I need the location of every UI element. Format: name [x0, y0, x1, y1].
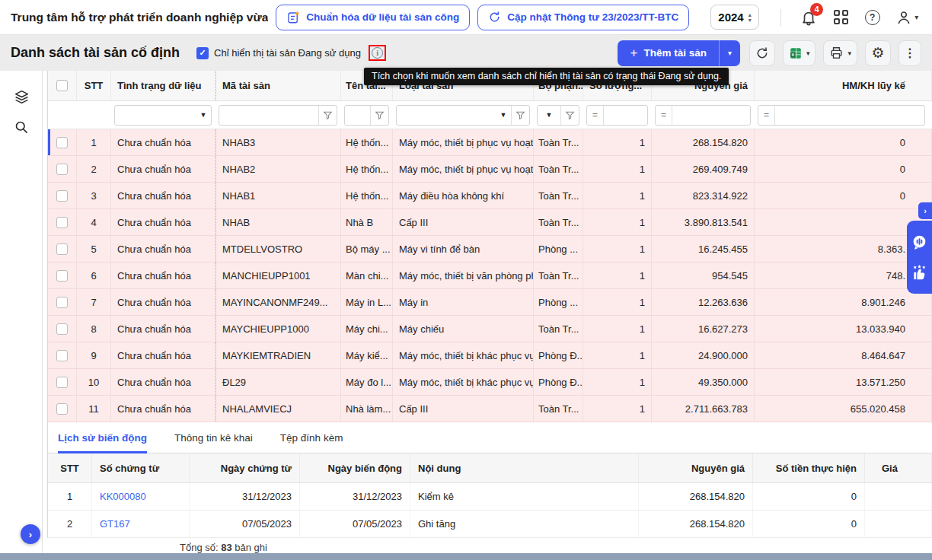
account-menu-button[interactable]: ▾ [892, 6, 921, 29]
select-all-checkbox-cell[interactable] [48, 71, 77, 100]
row-checkbox-cell[interactable] [48, 396, 77, 422]
type-filter-input[interactable] [397, 106, 496, 125]
info-icon[interactable]: i [372, 47, 383, 59]
chevron-down-icon[interactable]: ▼ [538, 111, 560, 119]
standardize-data-button[interactable]: Chuẩn hóa dữ liệu tài sản công [276, 5, 470, 30]
row-checkbox[interactable] [56, 137, 68, 148]
show-in-use-checkbox[interactable]: ✓ [196, 47, 209, 59]
row-checkbox-cell[interactable] [48, 129, 77, 155]
layers-nav-button[interactable] [0, 81, 43, 112]
equals-operator[interactable]: = [656, 106, 672, 125]
asset-row[interactable]: 2Chưa chuẩn hóaNHAB2Hệ thốn...Máy móc, t… [48, 156, 932, 183]
row-checkbox-cell[interactable] [48, 236, 77, 262]
hcell-doc[interactable]: GT167 [92, 511, 190, 537]
widget-collapse-button[interactable]: › [918, 202, 932, 219]
row-checkbox[interactable] [56, 243, 68, 255]
cost-filter[interactable]: = [655, 105, 751, 126]
printer-icon [829, 46, 844, 60]
dep-filter-input[interactable] [775, 106, 924, 125]
hcol-doc-number: Số chứng từ [92, 453, 190, 482]
row-checkbox[interactable] [56, 164, 68, 175]
row-checkbox[interactable] [56, 350, 68, 361]
status-filter-input[interactable] [115, 106, 196, 125]
row-checkbox-cell[interactable] [48, 183, 77, 208]
row-checkbox-cell[interactable] [48, 156, 77, 182]
chat-assistant-button[interactable] [911, 233, 929, 251]
asset-row[interactable]: 9Chưa chuẩn hóaMAYKIEMTRADIENMáy kiể...M… [48, 342, 932, 369]
history-row[interactable]: 1KK00008031/12/202331/12/2023Kiểm kê268.… [48, 483, 932, 511]
status-filter-select[interactable]: ▼ [114, 105, 212, 126]
col-asset-code[interactable]: Mã tài sản [215, 71, 341, 100]
add-asset-button[interactable]: + Thêm tài sản [618, 40, 718, 66]
select-all-checkbox[interactable] [56, 80, 68, 91]
funnel-icon[interactable] [370, 106, 388, 125]
funnel-icon[interactable] [318, 106, 337, 125]
row-checkbox[interactable] [56, 377, 68, 388]
chevron-down-icon[interactable]: ▼ [496, 111, 511, 119]
help-button[interactable]: ? [863, 6, 883, 29]
settings-button[interactable]: ⚙ [865, 40, 891, 66]
add-asset-split-button[interactable]: + Thêm tài sản ▾ [618, 40, 739, 66]
dep-filter[interactable]: = [758, 105, 925, 126]
asset-row[interactable]: 6Chưa chuẩn hóaMANCHIEUPP1001Màn chi...M… [48, 262, 932, 289]
search-nav-button[interactable] [0, 112, 43, 142]
asset-row[interactable]: 8Chưa chuẩn hóaMAYCHIEUPP1000Máy chi...M… [48, 316, 932, 342]
row-checkbox-cell[interactable] [48, 369, 77, 395]
row-checkbox-cell[interactable] [48, 262, 77, 288]
refresh-button[interactable] [749, 40, 775, 66]
tab-history[interactable]: Lịch sử biến động [58, 422, 147, 453]
more-actions-button[interactable]: ⋮ [898, 40, 921, 66]
asset-row[interactable]: 10Chưa chuẩn hóaĐL29Máy đo l...Máy móc, … [48, 369, 932, 396]
row-checkbox[interactable] [56, 297, 68, 308]
name-filter[interactable] [344, 105, 389, 126]
name-filter-input[interactable] [345, 106, 370, 125]
document-link[interactable]: KK000080 [100, 491, 146, 502]
apps-button[interactable] [831, 6, 851, 29]
cost-filter-input[interactable] [672, 106, 750, 125]
col-accumulated-depreciation[interactable]: HM/KH lũy kế [755, 71, 932, 100]
add-asset-dropdown[interactable]: ▾ [719, 40, 740, 66]
row-checkbox-cell[interactable] [48, 342, 77, 368]
asset-row[interactable]: 5Chưa chuẩn hóaMTDELLVOSTROBộ máy ...Máy… [48, 236, 932, 262]
hcell-doc[interactable]: KK000080 [92, 483, 190, 510]
history-row[interactable]: 2GT16707/05/202307/05/2023Ghi tăng268.15… [48, 511, 932, 538]
update-circular-button[interactable]: Cập nhật Thông tư 23/2023/TT-BTC [477, 5, 689, 30]
export-excel-button[interactable]: X ▾ [783, 40, 816, 66]
equals-operator[interactable]: = [758, 106, 775, 125]
qty-filter[interactable]: = [586, 105, 648, 126]
asset-row[interactable]: 1Chưa chuẩn hóaNHAB3Hệ thốn...Máy móc, t… [48, 129, 932, 156]
row-checkbox[interactable] [56, 403, 68, 415]
notifications-button[interactable]: 4 [800, 6, 819, 29]
print-button[interactable]: ▾ [823, 40, 857, 66]
code-filter[interactable] [219, 105, 337, 126]
tab-declaration[interactable]: Thông tin kê khai [174, 422, 253, 453]
year-stepper[interactable]: 2024 ▴▾ [710, 5, 758, 30]
funnel-icon[interactable] [560, 106, 579, 125]
funnel-icon[interactable] [511, 106, 529, 125]
dept-filter-select[interactable]: ▼ [537, 105, 579, 126]
asset-row[interactable]: 4Chưa chuẩn hóaNHABNhà BCấp IIIToàn Tr..… [48, 209, 932, 236]
qty-filter-input[interactable] [604, 106, 647, 125]
row-checkbox-cell[interactable] [48, 316, 77, 342]
document-link[interactable]: GT167 [100, 518, 130, 530]
row-checkbox[interactable] [56, 217, 68, 228]
type-filter-select[interactable]: ▼ [396, 105, 530, 126]
row-checkbox-cell[interactable] [48, 209, 77, 235]
row-checkbox[interactable] [56, 323, 68, 335]
asset-row[interactable]: 3Chưa chuẩn hóaNHAB1Hệ thốn...Máy điều h… [48, 183, 932, 209]
tab-attachments[interactable]: Tệp đính kèm [280, 422, 343, 453]
year-spinner-icon[interactable]: ▴▾ [748, 12, 752, 23]
record-count: Tổng số: 83 bản ghi [180, 542, 267, 553]
asset-row[interactable]: 7Chưa chuẩn hóaMAYINCANONMF249...Máy in … [48, 289, 932, 316]
chevron-down-icon[interactable]: ▼ [196, 111, 211, 119]
row-checkbox-cell[interactable] [48, 289, 77, 315]
row-checkbox[interactable] [56, 190, 68, 202]
col-stt[interactable]: STT [77, 71, 111, 100]
code-filter-input[interactable] [219, 106, 318, 125]
equals-operator[interactable]: = [587, 106, 604, 125]
asset-row[interactable]: 11Chưa chuẩn hóaNHALAMVIECJNhà làm...Cấp… [48, 396, 932, 422]
col-data-status[interactable]: Tình trạng dữ liệu [111, 71, 215, 100]
rate-thumbs-up-button[interactable] [911, 263, 929, 282]
row-checkbox[interactable] [56, 270, 68, 282]
expand-sidebar-button[interactable]: › [21, 524, 40, 544]
